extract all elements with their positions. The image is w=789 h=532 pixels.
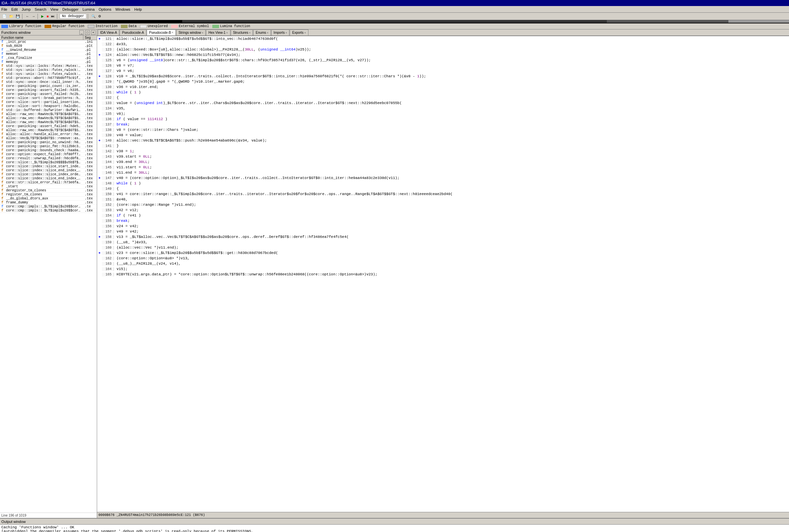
code-line[interactable]: ● 145 v11.start = 0LL; xyxy=(97,165,789,170)
table-row[interactable]: f core::panicking::panic_no_unwind::h81e… xyxy=(0,140,97,145)
table-row[interactable]: f alloc::raw_vec::RawVec$LT$T$C$A$GT$S::… xyxy=(0,129,97,133)
menu-edit[interactable]: Edit xyxy=(12,7,18,12)
code-line[interactable]: ● 139 v48 = value; xyxy=(97,133,789,138)
tab-close-icon[interactable]: × xyxy=(249,31,251,35)
code-line[interactable]: ● 137 break; xyxy=(97,122,789,127)
table-row[interactable]: f core::slice::index::slice_end_index_ov… xyxy=(0,177,97,181)
functions-window-maximize[interactable]: □ xyxy=(85,30,89,35)
code-tab-pseudocode-b[interactable]: Pseudocode-B× xyxy=(147,30,176,36)
table-row[interactable]: f core::str::slice_error_fail::h73e6faaf… xyxy=(0,181,97,185)
table-row[interactable]: f _start .tex xyxy=(0,185,97,189)
table-row[interactable]: f core::panicking::panic_fmt::h1i2b8c310… xyxy=(0,145,97,149)
code-line[interactable]: ● 135 v8); xyxy=(97,111,789,116)
table-row[interactable]: f core::panicking::assert_failed::hde596… xyxy=(0,125,97,129)
functions-window-minimize[interactable]: _ xyxy=(79,30,84,35)
code-line[interactable]: ● 144 v39.end = 30LL; xyxy=(97,159,789,165)
code-tab-pseudocode-a[interactable]: Pseudocode-A xyxy=(120,30,146,36)
col-function-name[interactable]: Function name xyxy=(0,36,84,40)
menu-debugger[interactable]: Debugger xyxy=(62,7,78,12)
tab-close-icon[interactable]: × xyxy=(267,31,269,35)
toolbar-new[interactable]: 📄 xyxy=(1,13,7,19)
code-line[interactable]: ● 142 v38 = 1; xyxy=(97,149,789,154)
code-line[interactable]: ● 126 v8 = v7; xyxy=(97,63,789,68)
table-row[interactable]: f core::slice::index::slice_end_index_le… xyxy=(0,169,97,173)
table-row[interactable]: f alloc::raw_vec::RawVec$LT$T$C$A$GT$S::… xyxy=(0,112,97,116)
tab-close-icon[interactable]: × xyxy=(172,31,173,34)
code-line[interactable]: ● 162 (core::option::Option<&u8> *)v13, xyxy=(97,255,789,261)
table-row[interactable]: f core::slice::_$LT$impl$u20$$$$u5b$T$u5… xyxy=(0,160,97,165)
menu-view[interactable]: View xyxy=(50,7,58,12)
code-tab-strings-window[interactable]: Strings window× xyxy=(176,30,206,36)
code-line[interactable]: ● 149 { xyxy=(97,186,789,191)
table-row[interactable]: f core::slice::sort::partial_insertion_s… xyxy=(0,100,97,104)
output-content[interactable]: Caching 'Functions window' ... OK [autoh… xyxy=(0,525,789,532)
table-row[interactable]: f _init_proc .ini xyxy=(0,40,97,44)
code-line[interactable]: ● 156 v24 = v42; xyxy=(97,224,789,229)
code-tab-hex-view-1[interactable]: Hex View-1× xyxy=(206,30,230,36)
code-tab-enums[interactable]: Enums× xyxy=(253,30,271,36)
code-line[interactable]: ● 157 v49 = v42; xyxy=(97,229,789,234)
code-line[interactable]: ● 152 (core::ops::range::Range *)v11.end… xyxy=(97,202,789,207)
code-line[interactable]: ● 163 (__u8_)__PAIR128__(v24, v14), xyxy=(97,261,789,266)
code-tab-structures[interactable]: Structures× xyxy=(231,30,253,36)
table-row[interactable]: f alloc::raw_vec::RawVec$LT$T$C$A$GT$S::… xyxy=(0,120,97,125)
table-row[interactable]: f alloc::raw_vec::RawVec$LT$T$C$A$GT$S::… xyxy=(0,116,97,120)
table-row[interactable]: f core::panicking::panic_count::is_zero_… xyxy=(0,84,97,88)
table-row[interactable]: f __Unwind_Resume .pl xyxy=(0,48,97,52)
code-line[interactable]: ● 134 v35, xyxy=(97,106,789,111)
code-line[interactable]: ● 153 v42 = v12; xyxy=(97,207,789,213)
table-row[interactable]: f core::result::unwrap_failed::h6cd0f84c… xyxy=(0,157,97,160)
tab-close-icon[interactable]: × xyxy=(285,31,287,35)
code-line[interactable]: ● 138 v8 = (core::str::iter::Chars *)val… xyxy=(97,127,789,133)
code-content[interactable]: ● 121 alloc::slice::_$LT$impl$u20$$u5b$T… xyxy=(97,36,789,512)
code-line[interactable]: ● 121 alloc::slice::_$LT$impl$u20$$u5b$T… xyxy=(97,36,789,41)
code-line[interactable]: ● 141 } xyxy=(97,143,789,149)
toolbar-step[interactable]: ⏭ xyxy=(50,13,56,19)
table-row[interactable]: f core::slice::index::slice_index_order_… xyxy=(0,173,97,177)
code-line[interactable]: ● 150 v41 = core::iter::range::_$LT$impl… xyxy=(97,191,789,197)
code-line[interactable]: ● 136 if ( value == 1114112 ) xyxy=(97,116,789,122)
menu-file[interactable]: File xyxy=(1,7,7,12)
toolbar-save[interactable]: 💾 xyxy=(15,13,21,19)
col-seg[interactable]: Seg xyxy=(84,36,97,40)
functions-list[interactable]: f _init_proc .ini f sub_6020 .plt f __Un… xyxy=(0,40,97,513)
table-row[interactable]: f core::panicking::assert_failed::h33545… xyxy=(0,88,97,92)
table-row[interactable]: f std::sys::unix::locks::futex_rwlock::R… xyxy=(0,68,97,72)
table-row[interactable]: f alloc::Vec$LT$T$C$A$GT$S::remove::asse… xyxy=(0,136,97,140)
table-row[interactable]: f sub_6020 .plt xyxy=(0,44,97,48)
menu-lumina[interactable]: Lumina xyxy=(82,7,94,12)
toolbar-back[interactable]: ← xyxy=(25,13,30,19)
table-row[interactable]: f core::panicking::assert_failed::hc2b14… xyxy=(0,92,97,96)
table-row[interactable]: f _cxa_finalize .pl xyxy=(0,56,97,60)
code-tab-ida-view-a[interactable]: IDA View-A xyxy=(98,30,119,36)
toolbar-search[interactable]: 🔍 xyxy=(90,13,96,19)
table-row[interactable]: f core::slice::sort::break_patterns::hcd… xyxy=(0,96,97,100)
table-row[interactable]: f register_tm_clones .tex xyxy=(0,193,97,197)
table-row[interactable]: f std::sys::unix::locks::futex_rwlock::R… xyxy=(0,72,97,76)
table-row[interactable]: f frame_dummy .tex xyxy=(0,201,97,205)
code-line[interactable]: ● 127 v9 = v6; xyxy=(97,68,789,74)
table-row[interactable]: f core::cmp::impls:: $LT$impl$u20$$core.… xyxy=(0,209,97,213)
tab-close-icon[interactable]: × xyxy=(226,31,228,35)
toolbar-stop[interactable]: ■ xyxy=(45,13,50,19)
code-line[interactable]: ● 159 (__u8_ *)&v33, xyxy=(97,240,789,245)
code-line[interactable]: ● 143 v39.start = 0LL; xyxy=(97,154,789,159)
code-line[interactable]: ● 129 *(_QWORD *)v35[0].gap0 = *(_QWORD … xyxy=(97,79,789,84)
toolbar-settings[interactable]: ⚙ xyxy=(97,13,102,19)
code-line[interactable]: ● 164 v15); xyxy=(97,266,789,272)
menu-windows[interactable]: Windows xyxy=(115,7,130,12)
tab-close-icon[interactable]: × xyxy=(202,31,203,35)
toolbar-run[interactable]: ▶ xyxy=(40,13,45,19)
table-row[interactable]: f memcpy .pl xyxy=(0,60,97,64)
menu-help[interactable]: Help xyxy=(134,7,142,12)
code-line[interactable]: ● 125 v6 = (unsigned __int8)core::str::_… xyxy=(97,58,789,63)
code-line[interactable]: ● 140 alloc::vec::Vec$LT$T$C$A$GT$S::pus… xyxy=(97,138,789,143)
table-row[interactable]: f std::process::abort::h6779b0bff5c91f0c… xyxy=(0,76,97,80)
table-row[interactable]: f core::cmp::impls::_$LT$impl$u20$$core.… xyxy=(0,205,97,209)
code-line[interactable]: ● 161 v23 = core::slice::_$LT$impl$u20$$… xyxy=(97,250,789,255)
table-row[interactable]: f core::slice::sort::heapsort::halcdbcc3… xyxy=(0,104,97,109)
table-row[interactable]: f alloc::alloc::handle_alloc_error::hef5… xyxy=(0,133,97,136)
code-line[interactable]: ● 124 alloc::vec::Vec$LT$T$GT$S::new::h0… xyxy=(97,52,789,58)
code-line[interactable]: ● 160 (alloc::vec::Vec *)v11.end); xyxy=(97,245,789,250)
code-line[interactable]: ● 158 v13 = _$LT$alloc..vec..Vec$LT$T$C$… xyxy=(97,234,789,240)
